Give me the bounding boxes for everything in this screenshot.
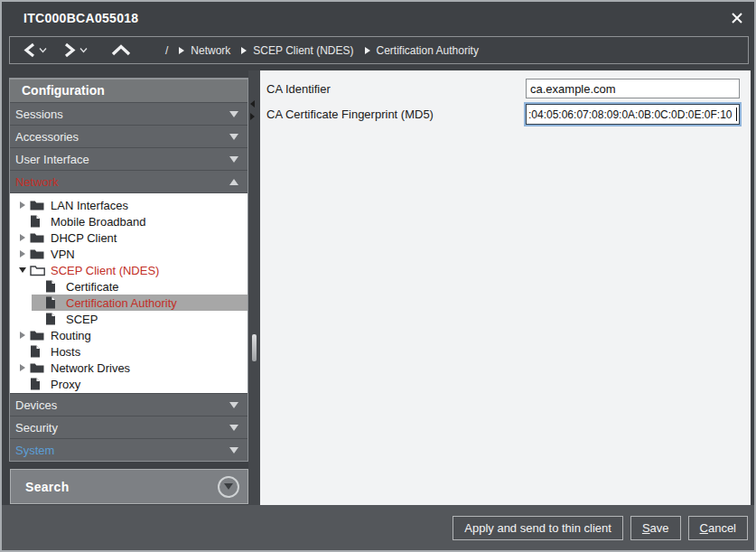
splitter-handle[interactable]: [252, 334, 257, 361]
back-button[interactable]: [23, 42, 36, 58]
window-title: ITC000BCA055018: [23, 11, 138, 25]
tree-collapse-icon[interactable]: [14, 267, 30, 273]
tree-item-vpn[interactable]: VPN: [10, 246, 247, 262]
save-button[interactable]: Save: [630, 516, 681, 540]
document-icon: [30, 215, 45, 228]
up-button[interactable]: [111, 44, 131, 56]
chevron-down-icon: [229, 447, 238, 454]
cancel-button[interactable]: Cancel: [688, 516, 748, 540]
chevron-down-icon: [229, 402, 238, 408]
cancel-mnemonic: C: [700, 521, 708, 535]
folder-icon: [30, 248, 45, 260]
tree-expand-icon[interactable]: [14, 250, 30, 257]
section-label: Devices: [15, 398, 229, 412]
section-label: Accessories: [15, 130, 229, 144]
save-label-rest: ave: [650, 521, 669, 535]
breadcrumb-item-scep-client[interactable]: SCEP Client (NDES): [253, 44, 353, 57]
text-cursor: [736, 108, 737, 121]
breadcrumb-separator-icon: [365, 47, 370, 54]
tree-item-certificate[interactable]: Certificate: [10, 278, 247, 295]
chevron-down-icon: [229, 425, 238, 431]
sidebar-section-network[interactable]: Network: [10, 171, 247, 193]
search-label: Search: [25, 480, 218, 494]
breadcrumb-item-network[interactable]: Network: [191, 44, 230, 57]
tree-expand-icon[interactable]: [14, 364, 30, 371]
sidebar-section-security[interactable]: Security: [10, 416, 247, 438]
forward-dropdown-icon[interactable]: [79, 47, 88, 53]
tree-item-label: Routing: [51, 329, 91, 342]
ca-identifier-label: CA Identifier: [266, 82, 331, 96]
cancel-label-rest: ancel: [708, 521, 736, 535]
chevron-up-icon: [229, 179, 238, 185]
section-label: User Interface: [15, 153, 229, 166]
tree-item-label: Network Drives: [51, 361, 130, 375]
section-label: Network: [15, 175, 229, 189]
save-mnemonic: S: [642, 521, 650, 535]
configuration-panel: Configuration Sessions Accessories User …: [9, 78, 248, 462]
tree-item-label: DHCP Client: [51, 231, 117, 245]
breadcrumb-separator-icon: [241, 47, 247, 54]
sidebar-section-system[interactable]: System: [10, 438, 247, 461]
tree-item-label: VPN: [51, 248, 75, 261]
collapse-right-icon[interactable]: [250, 113, 255, 120]
tree-item-dhcp-client[interactable]: DHCP Client: [10, 229, 247, 246]
search-section[interactable]: Search: [10, 469, 248, 504]
tree-item-mobile-broadband[interactable]: Mobile Broadband: [10, 213, 247, 229]
folder-icon: [30, 232, 45, 244]
chevron-down-icon: [229, 156, 238, 163]
ca-fingerprint-input[interactable]: [526, 104, 740, 125]
tree-item-label: SCEP Client (NDES): [51, 264, 159, 277]
sidebar: Configuration Sessions Accessories User …: [9, 78, 248, 506]
titlebar: ITC000BCA055018: [2, 2, 754, 34]
tree-item-label: Mobile Broadband: [51, 215, 146, 229]
tree-item-network-drives[interactable]: Network Drives: [10, 360, 247, 376]
tree-item-proxy[interactable]: Proxy: [10, 376, 247, 392]
ca-identifier-input[interactable]: [526, 79, 740, 98]
document-icon: [45, 313, 61, 325]
configuration-header: Configuration: [10, 79, 247, 103]
settings-panel: CA Identifier CA Certificate Fingerprint…: [260, 70, 751, 506]
tree-expand-icon[interactable]: [14, 234, 30, 241]
section-label: System: [15, 444, 229, 457]
section-label: Security: [15, 421, 229, 435]
tree-expand-icon[interactable]: [14, 332, 30, 339]
breadcrumb-root[interactable]: /: [165, 44, 168, 57]
panel-splitter[interactable]: [248, 70, 260, 506]
chevron-down-icon: [229, 134, 238, 140]
tree-item-lan-interfaces[interactable]: LAN Interfaces: [10, 197, 247, 213]
tree-item-label: Certification Authority: [66, 296, 177, 310]
breadcrumb-separator-icon: [179, 47, 184, 54]
tree-item-label: SCEP: [66, 313, 98, 326]
folder-icon: [30, 330, 45, 341]
tree-item-scep-client-ndes[interactable]: SCEP Client (NDES): [10, 262, 247, 278]
document-icon: [30, 378, 45, 390]
tree-item-label: Proxy: [51, 378, 80, 391]
tree-item-hosts[interactable]: Hosts: [10, 343, 247, 360]
search-chevron-icon[interactable]: [218, 476, 239, 498]
config-dialog-window: ITC000BCA055018 / Network SCEP Client (N…: [0, 0, 756, 552]
document-icon: [30, 345, 45, 358]
tree-item-routing[interactable]: Routing: [10, 327, 247, 343]
tree-item-certification-authority[interactable]: Certification Authority: [10, 295, 247, 311]
sidebar-section-user-interface[interactable]: User Interface: [10, 148, 247, 171]
close-icon[interactable]: [729, 10, 745, 26]
ca-fingerprint-label: CA Certificate Fingerprint (MD5): [266, 108, 434, 121]
navigation-bar: / Network SCEP Client (NDES) Certificati…: [9, 36, 749, 64]
chevron-down-icon: [229, 111, 238, 117]
back-dropdown-icon[interactable]: [39, 47, 47, 53]
sidebar-section-devices[interactable]: Devices: [10, 393, 247, 416]
tree-expand-icon[interactable]: [14, 201, 30, 209]
folder-icon: [30, 200, 45, 211]
collapse-left-icon[interactable]: [250, 100, 255, 108]
breadcrumb-item-certification-authority[interactable]: Certification Authority: [377, 44, 479, 57]
forward-button[interactable]: [63, 42, 77, 58]
apply-and-send-button[interactable]: Apply and send to thin client: [453, 516, 623, 540]
folder-open-icon: [30, 265, 45, 276]
tree-item-label: Hosts: [51, 345, 80, 359]
sidebar-section-sessions[interactable]: Sessions: [10, 103, 247, 126]
tree-item-scep[interactable]: SCEP: [10, 311, 247, 327]
document-icon: [45, 296, 61, 309]
section-label: Sessions: [15, 108, 229, 121]
tree-item-label: LAN Interfaces: [51, 199, 128, 212]
sidebar-section-accessories[interactable]: Accessories: [10, 126, 247, 148]
